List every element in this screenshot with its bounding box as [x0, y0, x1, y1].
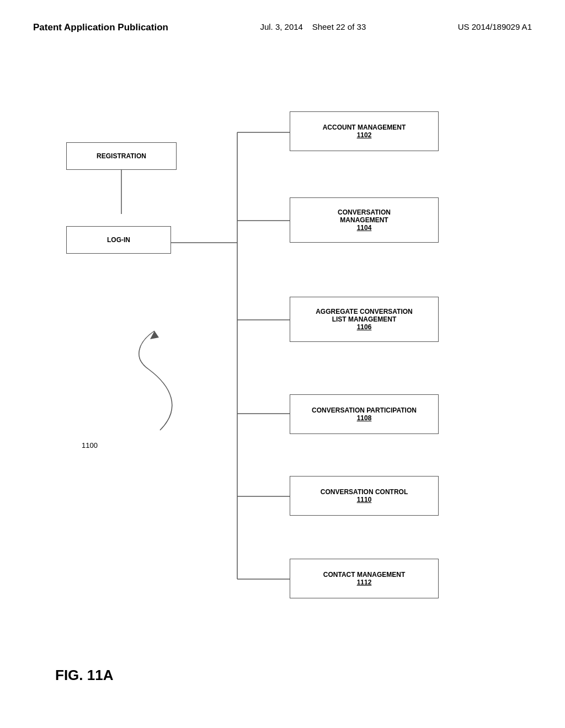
- registration-box: REGISTRATION: [66, 142, 177, 170]
- login-box: LOG-IN: [66, 226, 171, 254]
- date-sheet-label: Jul. 3, 2014 Sheet 22 of 33: [260, 22, 366, 31]
- diagram-area: REGISTRATION LOG-IN ACCOUNT MANAGEMENT 1…: [0, 88, 565, 695]
- sheet-label: Sheet 22 of 33: [312, 22, 366, 31]
- patent-number-label: US 2014/189029 A1: [458, 22, 532, 31]
- publication-label: Patent Application Publication: [33, 22, 168, 33]
- account-management-box: ACCOUNT MANAGEMENT 1102: [290, 111, 439, 151]
- svg-marker-9: [150, 331, 159, 339]
- callout-1100: 1100: [82, 441, 98, 449]
- contact-management-box: CONTACT MANAGEMENT 1112: [290, 559, 439, 598]
- page-header: Patent Application Publication Jul. 3, 2…: [0, 22, 565, 33]
- conversation-control-box: CONVERSATION CONTROL 1110: [290, 476, 439, 516]
- conversation-management-box: CONVERSATIONMANAGEMENT 1104: [290, 197, 439, 243]
- conversation-participation-box: CONVERSATION PARTICIPATION 1108: [290, 394, 439, 434]
- fig-label: FIG. 11A: [55, 667, 113, 684]
- aggregate-conversation-box: AGGREGATE CONVERSATIONLIST MANAGEMENT 11…: [290, 297, 439, 342]
- diagram-lines: [0, 88, 565, 695]
- date-label: Jul. 3, 2014: [260, 22, 303, 31]
